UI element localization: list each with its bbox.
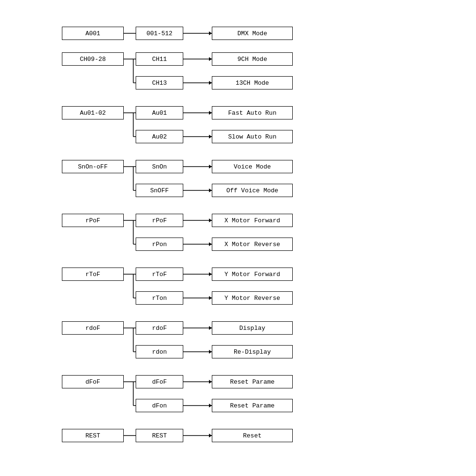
box-rdon: rdon — [136, 345, 183, 358]
box-rton: rTon — [136, 291, 183, 305]
box-au02s: Au02 — [136, 130, 183, 143]
box-reset: Reset — [212, 429, 293, 442]
box-9ch: 9CH Mode — [212, 52, 293, 66]
box-resetp1: Reset Parame — [212, 375, 293, 388]
box-dfofs: dFoF — [136, 375, 183, 388]
box-rtofs: rToF — [136, 268, 183, 281]
box-rpofs: rPoF — [136, 214, 183, 227]
box-a001: A001 — [62, 27, 124, 40]
diagram: A001001-512DMX ModeCH09-28CH119CH ModeCH… — [62, 18, 471, 456]
box-dfof: dFoF — [62, 375, 124, 388]
box-resetp2: Reset Parame — [212, 399, 293, 412]
box-au01: Au01-02 — [62, 106, 124, 119]
box-dmx: DMX Mode — [212, 27, 293, 40]
box-rest: REST — [62, 429, 124, 442]
box-xreverse: X Motor Reverse — [212, 238, 293, 251]
box-dfon: dFon — [136, 399, 183, 412]
box-13ch: 13CH Mode — [212, 76, 293, 89]
box-snoff: SnOFF — [136, 184, 183, 197]
box-rdofs: rdoF — [136, 321, 183, 335]
box-rtof: rToF — [62, 268, 124, 281]
box-ch09: CH09-28 — [62, 52, 124, 66]
box-fast: Fast Auto Run — [212, 106, 293, 119]
box-rdof: rdoF — [62, 321, 124, 335]
page: A001001-512DMX ModeCH09-28CH119CH ModeCH… — [0, 0, 476, 476]
box-au01s: Au01 — [136, 106, 183, 119]
box-snons: SnOn — [136, 160, 183, 173]
box-display: Display — [212, 321, 293, 335]
box-voice: Voice Mode — [212, 160, 293, 173]
box-offvoice: Off Voice Mode — [212, 184, 293, 197]
box-yforward: Y Motor Forward — [212, 268, 293, 281]
box-rests: REST — [136, 429, 183, 442]
box-ch13: CH13 — [136, 76, 183, 89]
box-xforward: X Motor Forward — [212, 214, 293, 227]
box-ch11: CH11 — [136, 52, 183, 66]
box-snon: SnOn-oFF — [62, 160, 124, 173]
box-rpof: rPoF — [62, 214, 124, 227]
box-rpon: rPon — [136, 238, 183, 251]
box-redisplay: Re-Display — [212, 345, 293, 358]
box-001-512: 001-512 — [136, 27, 183, 40]
box-yreverse: Y Motor Reverse — [212, 291, 293, 305]
box-slow: Slow Auto Run — [212, 130, 293, 143]
